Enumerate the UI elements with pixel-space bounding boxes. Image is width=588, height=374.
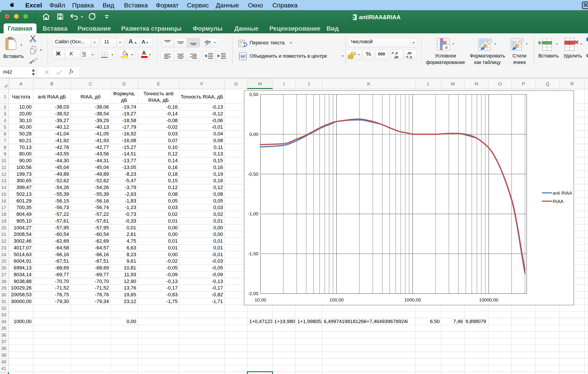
svg-text:0,16: 0,16	[168, 164, 178, 170]
svg-text:3002,46: 3002,46	[13, 238, 32, 244]
svg-text:-0,13: -0,13	[212, 278, 223, 284]
svg-text:-66,16: -66,16	[55, 252, 69, 257]
svg-text:6,63: 6,63	[126, 245, 136, 251]
svg-text:-54,26: -54,26	[95, 184, 109, 190]
svg-text:502,13: 502,13	[16, 191, 32, 197]
svg-text:-54,26: -54,26	[55, 184, 69, 190]
svg-text:-64,58: -64,58	[55, 245, 69, 251]
svg-text:-55,39: -55,39	[55, 191, 69, 197]
svg-text:4017,07: 4017,07	[13, 245, 32, 251]
svg-text:-42,77: -42,77	[95, 144, 109, 150]
svg-text:N: N	[475, 81, 478, 86]
svg-text:8034,14: 8034,14	[13, 272, 32, 277]
svg-text:-0,01: -0,01	[212, 124, 223, 130]
svg-text:-19,74: -19,74	[122, 104, 136, 110]
svg-text:0,16: 0,16	[213, 178, 223, 183]
svg-text:-70,70: -70,70	[55, 278, 69, 284]
svg-text:-14,51: -14,51	[122, 151, 136, 157]
svg-text:-44,31: -44,31	[95, 158, 109, 163]
svg-text:31: 31	[1, 299, 6, 304]
svg-text:-0,01: -0,01	[212, 252, 223, 257]
svg-text:-0,02: -0,02	[166, 258, 178, 264]
svg-text:36: 36	[1, 332, 6, 337]
svg-text:6: 6	[4, 131, 6, 136]
svg-text:25: 25	[1, 258, 6, 263]
svg-text:-69,77: -69,77	[95, 272, 109, 277]
svg-text:-55,39: -55,39	[95, 191, 109, 197]
svg-text:-0,08: -0,08	[166, 118, 178, 123]
svg-text:-8,23: -8,23	[125, 171, 136, 177]
svg-text:41: 41	[1, 366, 6, 371]
svg-text:0,01: 0,01	[168, 245, 178, 251]
svg-text:-56,74: -56,74	[95, 205, 109, 210]
svg-text:6994,13: 6994,13	[13, 265, 32, 271]
svg-text:-0,09: -0,09	[166, 272, 178, 277]
svg-text:-67,51: -67,51	[95, 258, 109, 264]
svg-text:-57,61: -57,61	[95, 218, 109, 224]
svg-text:0,01: 0,01	[168, 218, 178, 224]
svg-text:10,00: 10,00	[19, 104, 32, 110]
svg-text:30,10: 30,10	[19, 118, 32, 123]
svg-text:100,56: 100,56	[16, 164, 32, 170]
svg-text:RIAA, дб: RIAA, дб	[81, 94, 101, 100]
svg-text:20058,53: 20058,53	[11, 292, 32, 297]
svg-text:-0,06: -0,06	[212, 118, 223, 123]
svg-text:-0,09: -0,09	[212, 272, 223, 277]
svg-text:5014,63: 5014,63	[13, 252, 32, 257]
svg-text:-49,89: -49,89	[95, 171, 109, 177]
svg-text:0,00: 0,00	[213, 231, 223, 237]
svg-text:C: C	[89, 81, 92, 86]
svg-text:-71,52: -71,52	[95, 285, 109, 291]
svg-text:-1,50: -1,50	[248, 251, 258, 256]
svg-text:-0,73: -0,73	[125, 211, 136, 217]
svg-text:,00: ,00	[394, 55, 398, 59]
svg-text:2: 2	[4, 104, 6, 110]
svg-text:0,19: 0,19	[213, 171, 223, 177]
svg-text:-79,34: -79,34	[95, 299, 109, 304]
svg-text:2,61: 2,61	[126, 231, 136, 237]
svg-text:-41,04: -41,04	[55, 131, 69, 137]
svg-text:,0: ,0	[395, 51, 398, 55]
svg-text:70,13: 70,13	[19, 144, 32, 150]
svg-text:-18,58: -18,58	[122, 118, 136, 123]
svg-text:-52,62: -52,62	[55, 178, 69, 183]
svg-text:-0,12: -0,12	[212, 111, 223, 116]
svg-text:11: 11	[1, 165, 6, 170]
svg-text:80,00: 80,00	[19, 151, 32, 157]
svg-text:дБ: дБ	[121, 97, 127, 103]
svg-text:6,49974198181266+7,46493967892: 6,49974198181266+7,464939678924i	[324, 319, 408, 324]
svg-text:0,08: 0,08	[213, 191, 223, 197]
svg-text:-1,00: -1,00	[248, 211, 258, 216]
svg-text:-57,61: -57,61	[55, 218, 69, 224]
svg-text:0,03: 0,03	[213, 205, 223, 210]
svg-text:10,00: 10,00	[254, 297, 266, 302]
svg-text:0,02: 0,02	[213, 211, 223, 217]
svg-text:0,00: 0,00	[213, 225, 223, 231]
svg-text:K: K	[367, 81, 370, 86]
svg-text:0,10: 0,10	[168, 144, 178, 150]
svg-text:8,23: 8,23	[126, 252, 136, 257]
svg-text:38: 38	[1, 346, 6, 351]
svg-text:12,90: 12,90	[124, 278, 136, 284]
svg-text:0,00: 0,00	[168, 231, 178, 237]
svg-text:0,15: 0,15	[213, 158, 223, 163]
svg-text:300,65: 300,65	[16, 178, 32, 183]
svg-text:0,12: 0,12	[168, 151, 178, 157]
svg-text:-0,82: -0,82	[212, 292, 223, 297]
svg-text:0,00: 0,00	[249, 131, 258, 137]
svg-text:0,01: 0,01	[213, 218, 223, 224]
svg-text:0,03: 0,03	[168, 205, 178, 210]
svg-text:15: 15	[1, 192, 6, 197]
svg-text:-44,30: -44,30	[55, 158, 69, 163]
svg-text:B: B	[50, 81, 53, 86]
svg-text:-39,27: -39,27	[55, 118, 69, 123]
svg-text:4,75: 4,75	[126, 238, 136, 244]
svg-text:-43,55: -43,55	[55, 151, 69, 157]
svg-text:-43,56: -43,56	[95, 151, 109, 157]
svg-text:-0,83: -0,83	[166, 292, 178, 297]
svg-text:0,16: 0,16	[213, 164, 223, 170]
svg-text:35: 35	[1, 325, 6, 331]
svg-text:P: P	[522, 81, 525, 86]
svg-text:37: 37	[1, 339, 6, 344]
svg-text:-0,16: -0,16	[166, 104, 178, 110]
